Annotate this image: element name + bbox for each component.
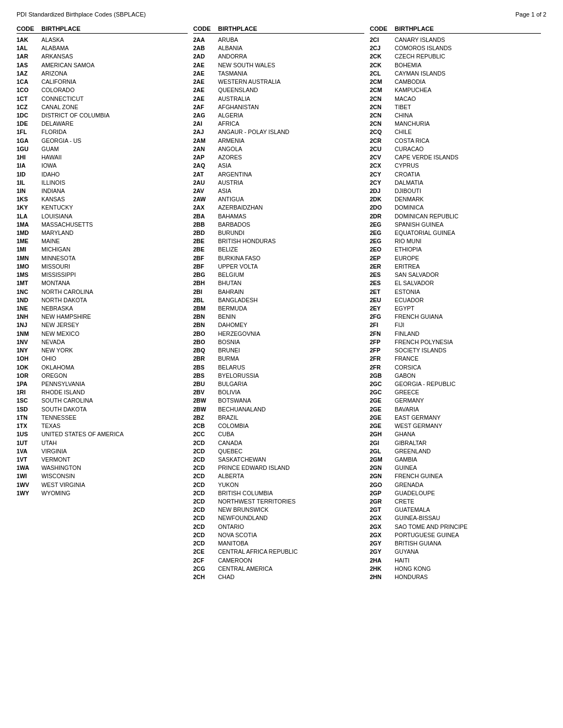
row-birthplace: WEST VIRGINIA bbox=[41, 481, 188, 489]
table-row: 2CNMACAO bbox=[370, 95, 541, 103]
table-row: 2CDNEWFOUNDLAND bbox=[193, 514, 364, 522]
row-code: 2BH bbox=[193, 279, 218, 287]
row-birthplace: PRINCE EDWARD ISLAND bbox=[218, 464, 364, 472]
row-birthplace: CONNECTICUT bbox=[41, 95, 188, 103]
table-row: 1KSKANSAS bbox=[17, 195, 188, 204]
row-birthplace: GUAM bbox=[41, 145, 188, 153]
row-code: 1LA bbox=[17, 212, 41, 221]
row-code: 2FG bbox=[370, 313, 395, 321]
table-row: 2CMCAMBODIA bbox=[370, 78, 541, 86]
page-number: Page 1 of 2 bbox=[516, 11, 546, 18]
table-row: 1GAGEORGIA - US bbox=[17, 137, 188, 145]
row-code: 1WA bbox=[17, 464, 41, 472]
row-birthplace: NEW MEXICO bbox=[41, 330, 188, 338]
row-birthplace: ANDORRA bbox=[218, 52, 364, 61]
row-birthplace: WYOMING bbox=[41, 489, 188, 497]
table-row: 1RIRHODE ISLAND bbox=[17, 388, 188, 397]
row-code: 2GI bbox=[370, 439, 395, 447]
row-birthplace: BOSNIA bbox=[218, 338, 364, 346]
row-birthplace: OKLAHOMA bbox=[41, 363, 188, 372]
row-birthplace: BOHEMIA bbox=[395, 61, 541, 69]
row-code: 2AT bbox=[193, 170, 218, 179]
row-birthplace: HAITI bbox=[395, 556, 541, 565]
table-row: 1TXTEXAS bbox=[17, 422, 188, 430]
row-birthplace: DENMARK bbox=[395, 195, 541, 204]
table-row: 2GYGUYANA bbox=[370, 548, 541, 556]
table-row: 2CECENTRAL AFRICA REPUBLIC bbox=[193, 548, 364, 556]
row-code: 2AJ bbox=[193, 128, 218, 136]
row-code: 1TX bbox=[17, 422, 41, 430]
table-row: 2AFAFGHANISTAN bbox=[193, 103, 364, 111]
table-row: 2CGCENTRAL AMERICA bbox=[193, 565, 364, 573]
main-content: CODEBIRTHPLACE1AKALASKA1ALALABAMA1ARARKA… bbox=[17, 25, 546, 581]
table-row: 2GRCRETE bbox=[370, 497, 541, 506]
table-row: 2GLGREENLAND bbox=[370, 447, 541, 456]
table-row: 1CZCANAL ZONE bbox=[17, 103, 188, 111]
table-row: 2CHCHAD bbox=[193, 573, 364, 581]
row-birthplace: ARMENIA bbox=[218, 137, 364, 145]
row-birthplace: MACAO bbox=[395, 95, 541, 103]
table-row: 2GIGIBRALTAR bbox=[370, 439, 541, 447]
row-birthplace: CAPE VERDE ISLANDS bbox=[395, 153, 541, 162]
row-code: 2CJ bbox=[370, 44, 395, 52]
table-row: 2BOHERZEGOVNIA bbox=[193, 330, 364, 338]
table-row: 2EOETHIOPIA bbox=[370, 245, 541, 254]
row-code: 2GX bbox=[370, 531, 395, 539]
row-code: 2BD bbox=[193, 229, 218, 237]
row-code: 2BV bbox=[193, 388, 218, 397]
row-birthplace: CAMBODIA bbox=[395, 78, 541, 86]
row-code: 2GT bbox=[370, 506, 395, 514]
table-row: 2EGRIO MUNI bbox=[370, 237, 541, 245]
row-birthplace: BERMUDA bbox=[218, 304, 364, 313]
row-code: 2EG bbox=[370, 237, 395, 245]
table-row: 2AETASMANIA bbox=[193, 69, 364, 78]
row-birthplace: GAMBIA bbox=[395, 456, 541, 464]
row-code: 2EU bbox=[370, 296, 395, 304]
row-birthplace: EQUATORIAL GUINEA bbox=[395, 229, 541, 237]
row-code: 1CT bbox=[17, 95, 41, 103]
row-birthplace: DALMATIA bbox=[395, 179, 541, 187]
row-birthplace: DISTRICT OF COLUMBIA bbox=[41, 111, 188, 120]
row-birthplace: TASMANIA bbox=[218, 69, 364, 78]
row-birthplace: GUATEMALA bbox=[395, 506, 541, 514]
row-birthplace: MICHIGAN bbox=[41, 245, 188, 254]
row-code: 2BE bbox=[193, 245, 218, 254]
row-code: 2BQ bbox=[193, 346, 218, 355]
col-header-2: CODEBIRTHPLACE bbox=[193, 25, 364, 34]
row-birthplace: BHUTAN bbox=[218, 279, 364, 287]
row-birthplace: QUEENSLAND bbox=[218, 86, 364, 94]
table-row: 1NHNEW HAMPSHIRE bbox=[17, 313, 188, 321]
table-row: 1ASAMERICAN SAMOA bbox=[17, 61, 188, 69]
row-code: 2AE bbox=[193, 61, 218, 69]
column-3: CODEBIRTHPLACE2CICANARY ISLANDS2CJCOMORO… bbox=[370, 25, 546, 581]
table-row: 2GTGUATEMALA bbox=[370, 506, 541, 514]
row-birthplace: BECHUANALAND bbox=[218, 405, 364, 414]
table-row: 2CNMANCHURIA bbox=[370, 120, 541, 128]
row-birthplace: SPANISH GUINEA bbox=[395, 221, 541, 229]
row-birthplace: BURUNDI bbox=[218, 229, 364, 237]
row-birthplace: EGYPT bbox=[395, 304, 541, 313]
row-code: 2GX bbox=[370, 523, 395, 531]
table-row: 2AWANTIGUA bbox=[193, 195, 364, 204]
row-birthplace: BANGLADESH bbox=[218, 296, 364, 304]
row-birthplace: BAVARIA bbox=[395, 405, 541, 414]
table-row: 2CNTIBET bbox=[370, 103, 541, 111]
table-row: 2BRBURMA bbox=[193, 355, 364, 363]
table-row: 2FPSOCIETY ISLANDS bbox=[370, 346, 541, 355]
row-birthplace: BELIZE bbox=[218, 245, 364, 254]
row-birthplace: HAWAII bbox=[41, 153, 188, 162]
col-header-birthplace-2: BIRTHPLACE bbox=[218, 25, 364, 32]
col-header-birthplace-1: BIRTHPLACE bbox=[41, 25, 188, 32]
row-birthplace: FRENCH GUINEA bbox=[395, 472, 541, 480]
row-code: 2CG bbox=[193, 565, 218, 573]
table-row: 2CDCANADA bbox=[193, 439, 364, 447]
row-birthplace: WESTERN AUSTRALIA bbox=[218, 78, 364, 86]
row-birthplace: AFGHANISTAN bbox=[218, 103, 364, 111]
row-birthplace: GRENADA bbox=[395, 481, 541, 489]
row-birthplace: WASHINGTON bbox=[41, 464, 188, 472]
row-code: 2BE bbox=[193, 237, 218, 245]
row-code: 2HK bbox=[370, 565, 395, 573]
row-birthplace: CHAD bbox=[218, 573, 364, 581]
table-row: 2FRCORSICA bbox=[370, 363, 541, 372]
row-code: 2AU bbox=[193, 179, 218, 187]
